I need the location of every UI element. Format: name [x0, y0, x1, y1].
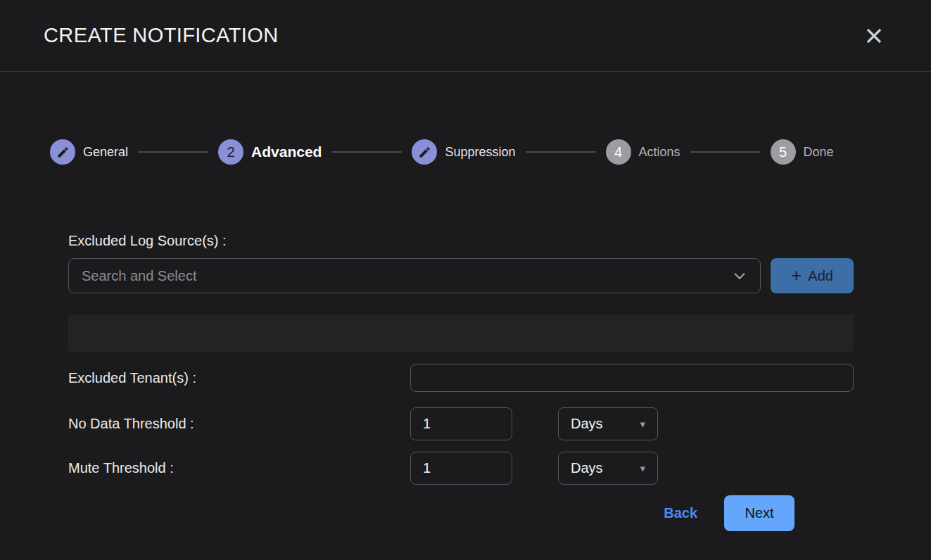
search-select-placeholder: Search and Select	[82, 268, 196, 284]
stepper-connector	[138, 151, 208, 153]
add-log-source-button[interactable]: + Add	[771, 258, 854, 293]
no-data-threshold-unit-select[interactable]: Days ▾	[558, 407, 658, 440]
stepper-step-advanced[interactable]: 2 Advanced	[218, 139, 322, 165]
caret-down-icon: ▾	[640, 463, 645, 473]
mute-threshold-unit-select[interactable]: Days ▾	[558, 452, 658, 485]
excluded-log-sources-label: Excluded Log Source(s) :	[68, 233, 854, 249]
step-label-advanced: Advanced	[251, 144, 322, 160]
unit-select-value: Days	[571, 416, 603, 432]
log-source-search-select[interactable]: Search and Select	[68, 258, 761, 293]
add-button-label: Add	[808, 268, 833, 284]
step-number: 2	[227, 145, 234, 159]
stepper-connector	[331, 151, 402, 153]
step-label-suppression: Suppression	[445, 145, 515, 160]
stepper-step-done[interactable]: 5 Done	[771, 139, 834, 165]
pencil-icon	[418, 146, 431, 159]
excluded-tenants-input[interactable]	[410, 364, 854, 392]
pencil-icon	[56, 146, 70, 159]
no-data-threshold-row: No Data Threshold : Days ▾	[68, 407, 854, 440]
stepper-connector	[526, 151, 596, 153]
create-notification-dialog: CREATE NOTIFICATION General 2 Advanced	[0, 0, 931, 560]
no-data-threshold-input[interactable]	[410, 407, 512, 440]
stepper-step-actions[interactable]: 4 Actions	[606, 139, 680, 165]
step-circle-advanced: 2	[218, 139, 243, 165]
mute-threshold-label: Mute Threshold :	[68, 460, 410, 476]
step-circle-general	[50, 139, 75, 165]
stepper-step-general[interactable]: General	[50, 139, 128, 165]
plus-icon: +	[791, 266, 802, 284]
step-label-actions: Actions	[639, 145, 680, 160]
caret-down-icon: ▾	[640, 419, 645, 429]
close-icon	[863, 25, 885, 46]
next-button[interactable]: Next	[724, 495, 794, 531]
advanced-step-form: Excluded Log Source(s) : Search and Sele…	[68, 233, 854, 531]
dialog-header: CREATE NOTIFICATION	[0, 0, 931, 72]
excluded-tenants-label: Excluded Tenant(s) :	[68, 370, 410, 386]
excluded-log-sources-list-panel	[68, 314, 854, 352]
no-data-threshold-label: No Data Threshold :	[68, 416, 410, 432]
step-number: 5	[779, 145, 787, 159]
stepper-connector	[690, 151, 761, 153]
wizard-stepper: General 2 Advanced Suppression 4 Actions	[50, 139, 931, 165]
step-label-done: Done	[804, 145, 834, 160]
step-number: 4	[614, 145, 622, 159]
chevron-down-icon	[732, 268, 747, 284]
step-circle-suppression	[412, 139, 437, 165]
unit-select-value: Days	[571, 460, 603, 476]
step-label-general: General	[83, 145, 128, 160]
back-button[interactable]: Back	[664, 505, 697, 521]
stepper-step-suppression[interactable]: Suppression	[412, 139, 515, 165]
dialog-title: CREATE NOTIFICATION	[44, 24, 279, 47]
step-circle-actions: 4	[606, 139, 631, 165]
mute-threshold-input[interactable]	[410, 452, 512, 485]
excluded-tenants-row: Excluded Tenant(s) :	[68, 364, 854, 392]
close-button[interactable]	[861, 23, 887, 49]
step-circle-done: 5	[771, 139, 796, 165]
mute-threshold-row: Mute Threshold : Days ▾	[68, 452, 854, 485]
excluded-log-sources-row: Search and Select + Add	[68, 258, 854, 293]
dialog-footer: Back Next	[68, 495, 854, 531]
